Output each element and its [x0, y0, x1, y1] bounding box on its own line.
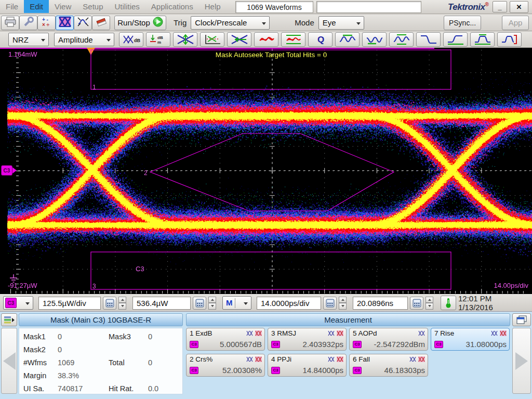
measurement-cell-fall[interactable]: 6 Fall C346.18303ps: [349, 354, 428, 377]
measurement-cell-exdb[interactable]: 1 ExdB C35.000567dB: [186, 328, 265, 351]
trigger-source-select[interactable]: Clock/Prescale: [191, 16, 270, 30]
step-up-icon[interactable]: [339, 297, 347, 303]
datetime-readout: 12:01 PM 1/13/2016: [458, 294, 529, 312]
meas-time-window-button[interactable]: [497, 32, 522, 47]
measurement-cell-ppji[interactable]: 4 PPJi C314.84000ps: [268, 354, 347, 377]
thermometer-icon: [445, 298, 451, 308]
meas-fall-time-button[interactable]: [416, 32, 441, 47]
erase-button[interactable]: [92, 16, 110, 30]
timebase-select[interactable]: M: [222, 296, 251, 310]
menu-view[interactable]: View: [49, 0, 77, 13]
zoom-waveform-button[interactable]: [74, 16, 92, 30]
channel-select[interactable]: C3: [3, 296, 33, 310]
measurement-cell-aopd[interactable]: 5 AOPd C3-2.547292dBm: [349, 328, 428, 351]
trigger-source-value: Clock/Prescale: [195, 18, 247, 27]
measurement-buttons: dB dBm Q: [119, 32, 522, 47]
meas-high-button[interactable]: [335, 32, 360, 47]
menu-file[interactable]: File: [0, 0, 24, 13]
calculator-icon: [105, 299, 114, 308]
meas-extinction-ratio-button[interactable]: dB: [119, 32, 143, 47]
source-badge: C3: [190, 367, 198, 374]
horizontal-scale-field[interactable]: 14.0000ps/div: [257, 297, 321, 310]
close-button[interactable]: ✕: [510, 1, 528, 13]
psync-button[interactable]: PSync...: [444, 16, 481, 30]
export-results-button[interactable]: [1, 313, 17, 326]
measurement-cell-rmsj[interactable]: 3 RMSJ C32.403932ps: [268, 328, 347, 351]
menu-utilities[interactable]: Utilities: [109, 0, 145, 13]
menu-applications[interactable]: Applications: [145, 0, 199, 13]
meas-amplitude-button[interactable]: [470, 32, 495, 47]
horizontal-position-keypad-button[interactable]: [410, 297, 423, 310]
step-down-icon[interactable]: [208, 303, 216, 310]
step-up-icon[interactable]: [208, 297, 216, 303]
rise-time-icon: [447, 34, 464, 45]
vertical-scale-stepper[interactable]: [118, 297, 126, 310]
horizontal-scale-keypad-button[interactable]: [323, 297, 337, 310]
amplitude-icon: [474, 34, 491, 45]
svg-text:Q: Q: [317, 35, 324, 45]
step-up-icon[interactable]: [425, 297, 433, 303]
meas-low-button[interactable]: [362, 32, 387, 47]
erase-icon: [95, 17, 108, 29]
calculator-icon: [326, 299, 335, 308]
step-down-icon[interactable]: [339, 303, 347, 310]
step-down-icon[interactable]: [118, 303, 126, 310]
menu-edit[interactable]: Edit: [24, 0, 49, 13]
vertical-offset-stepper[interactable]: [208, 297, 216, 310]
vertical-offset-keypad-button[interactable]: [193, 297, 206, 310]
meas-eye-height-button[interactable]: [173, 32, 197, 47]
mask-hits-icon: [337, 330, 343, 336]
horizontal-scale-stepper[interactable]: [339, 297, 347, 310]
vertical-scale-field[interactable]: 125.5µW/div: [38, 297, 101, 310]
chevron-down-icon: [244, 302, 248, 305]
measure-category-select[interactable]: Amplitude: [54, 33, 114, 46]
menu-setup[interactable]: Setup: [77, 0, 109, 13]
run-icon: [153, 17, 163, 29]
temperature-button[interactable]: [441, 296, 456, 310]
vertical-scale-keypad-button[interactable]: [103, 297, 116, 310]
windows-icon: [516, 315, 527, 324]
minimize-button[interactable]: _: [493, 1, 507, 12]
trig-label: Trig: [174, 18, 187, 27]
calculator-icon: [413, 299, 421, 308]
run-stop-button[interactable]: Run/Stop: [114, 16, 166, 30]
mode-select[interactable]: Eye: [318, 16, 364, 30]
step-up-icon[interactable]: [118, 297, 126, 303]
meas-jitter-pp-button[interactable]: [281, 32, 305, 47]
measurement-cell-rise[interactable]: 7 Rise C331.08000ps: [431, 328, 510, 351]
meas-jitter-rms-button[interactable]: [254, 32, 278, 47]
next-page-button[interactable]: [512, 328, 531, 394]
meas-q-factor-button[interactable]: Q: [308, 32, 332, 47]
avg-optical-power-dbm-icon: dBm: [150, 34, 167, 45]
horizontal-position-field[interactable]: 20.0896ns: [353, 297, 408, 310]
measurement-panel-title: Measurement: [186, 313, 510, 326]
meas-avg-power-button[interactable]: dBm: [146, 32, 170, 47]
signal-type-select[interactable]: NRZ: [8, 33, 49, 46]
channel-position-marker[interactable]: C3: [1, 165, 17, 176]
eye-height-icon: [177, 34, 194, 45]
math-button[interactable]: + -× ÷: [37, 16, 56, 30]
meas-rise-time-button[interactable]: [443, 32, 468, 47]
vertical-offset-field[interactable]: 536.4µW: [132, 297, 191, 310]
app-button[interactable]: App: [502, 16, 529, 30]
mask-status-text: Mask Autoseek Target Total Hits = 0: [216, 51, 327, 59]
mask3-label: 3: [92, 283, 96, 290]
print-button[interactable]: [1, 16, 19, 30]
meas-high-low-button[interactable]: [389, 32, 414, 47]
panel-layout-button[interactable]: [512, 313, 531, 326]
prev-page-button[interactable]: [1, 328, 17, 394]
mask-test-button[interactable]: [56, 16, 74, 30]
horizontal-position-stepper[interactable]: [425, 297, 433, 310]
meas-eye-width-button[interactable]: [227, 32, 251, 47]
meas-crossing-button[interactable]: [200, 32, 224, 47]
menu-help[interactable]: Help: [199, 0, 227, 13]
source-badge: C3: [190, 341, 198, 348]
step-down-icon[interactable]: [425, 303, 433, 310]
tektronix-logo: Tektronix®: [448, 2, 488, 12]
calculator-icon: [195, 299, 204, 308]
page-setup-button[interactable]: [19, 16, 37, 30]
measurement-cell-crs[interactable]: 2 Crs% C352.00308%: [186, 354, 265, 377]
mask-stats-row: UI Sa.740817Hit Rat.0.0: [23, 382, 182, 395]
mask-stats-row: Margin38.3%: [23, 369, 182, 382]
math-icon: + -× ÷: [41, 17, 52, 29]
